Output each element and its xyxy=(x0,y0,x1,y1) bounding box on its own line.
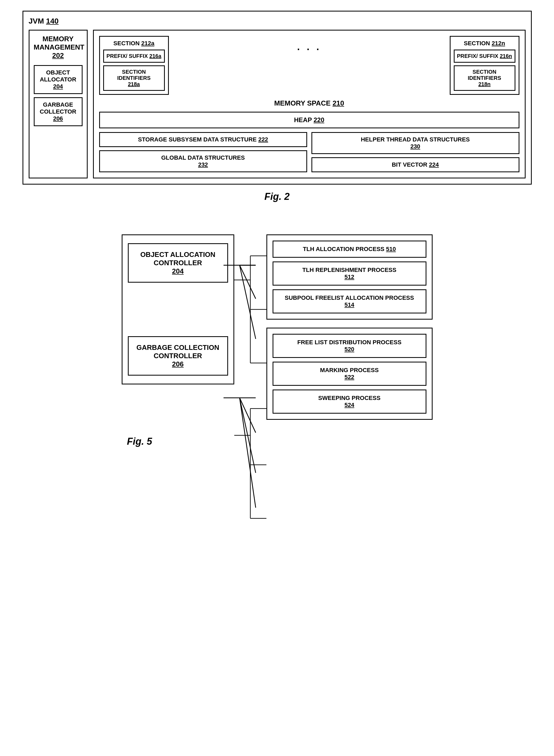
storage-subsystem-box: STORAGE SUBSYSEM DATA STRUCTURE 222 xyxy=(99,132,307,147)
section-identifiers-a-box: SECTION IDENTIFIERS 218a xyxy=(103,65,165,91)
memory-management-box: MEMORY MANAGEMENT 202 OBJECT ALLOCATOR 2… xyxy=(29,30,88,178)
bottom-row: STORAGE SUBSYSEM DATA STRUCTURE 222 GLOB… xyxy=(99,132,519,172)
oac-processes-group: TLH ALLOCATION PROCESS 510 TLH REPLENISH… xyxy=(266,235,433,320)
global-data-box: GLOBAL DATA STRUCTURES 232 xyxy=(99,150,307,172)
marking-process-box: MARKING PROCESS 522 xyxy=(273,362,427,386)
fig5-connectors xyxy=(234,235,266,556)
sweeping-process-box: SWEEPING PROCESS 524 xyxy=(273,389,427,414)
jvm-box: JVM 140 MEMORY MANAGEMENT 202 OBJECT ALL… xyxy=(22,11,532,185)
fig2-label: Fig. 2 xyxy=(22,191,532,202)
subpool-freelist-box: SUBPOOL FREELIST ALLOCATION PROCESS 514 xyxy=(273,289,427,313)
dots-separator: . . . xyxy=(174,36,444,53)
sections-row: SECTION 212a PREFIX/ SUFFIX 216a SECTION… xyxy=(99,36,519,95)
controllers-outer-box: OBJECT ALLOCATION CONTROLLER 204 GARBAGE… xyxy=(122,235,234,384)
figure-5: OBJECT ALLOCATION CONTROLLER 204 GARBAGE… xyxy=(22,224,532,447)
section-a-box: SECTION 212a PREFIX/ SUFFIX 216a SECTION… xyxy=(99,36,169,95)
helper-thread-box: HELPER THREAD DATA STRUCTURES 230 xyxy=(312,132,519,154)
figure-2: JVM 140 MEMORY MANAGEMENT 202 OBJECT ALL… xyxy=(22,11,532,218)
bottom-left-col: STORAGE SUBSYSEM DATA STRUCTURE 222 GLOB… xyxy=(99,132,307,172)
prefix-suffix-a-box: PREFIX/ SUFFIX 216a xyxy=(103,50,165,63)
memory-space-label: MEMORY SPACE 210 xyxy=(99,99,519,108)
process-boxes-column: TLH ALLOCATION PROCESS 510 TLH REPLENISH… xyxy=(266,235,433,420)
section-n-title: SECTION 212n xyxy=(454,40,515,47)
free-list-distribution-box: FREE LIST DISTRIBUTION PROCESS 520 xyxy=(273,334,427,358)
garbage-collector-box: GARBAGE COLLECTOR 206 xyxy=(34,97,82,126)
fig5-label: Fig. 5 xyxy=(127,436,438,447)
jvm-title: JVM 140 xyxy=(29,17,525,25)
mm-title: MEMORY MANAGEMENT 202 xyxy=(34,35,82,60)
prefix-suffix-n-box: PREFIX/ SUFFIX 216n xyxy=(454,50,515,63)
object-allocator-box: OBJECT ALLOCATOR 204 xyxy=(34,65,82,94)
tlh-replenishment-box: TLH REPLENISHMENT PROCESS 512 xyxy=(273,261,427,286)
section-n-box: SECTION 212n PREFIX/ SUFFIX 216n SECTION… xyxy=(450,36,519,95)
bottom-right-col: HELPER THREAD DATA STRUCTURES 230 BIT VE… xyxy=(312,132,519,172)
object-allocation-controller-box: OBJECT ALLOCATION CONTROLLER 204 xyxy=(128,243,228,282)
heap-box: HEAP 220 xyxy=(99,112,519,128)
bit-vector-box: BIT VECTOR 224 xyxy=(312,157,519,172)
section-a-title: SECTION 212a xyxy=(103,40,165,47)
tlh-allocation-box: TLH ALLOCATION PROCESS 510 xyxy=(273,241,427,258)
memory-space-box: SECTION 212a PREFIX/ SUFFIX 216a SECTION… xyxy=(93,30,525,178)
garbage-collection-controller-box: GARBAGE COLLECTION CONTROLLER 206 xyxy=(128,336,228,376)
jvm-ref: 140 xyxy=(46,17,59,25)
section-identifiers-n-box: SECTION IDENTIFIERS 218n xyxy=(454,65,515,91)
gcc-processes-group: FREE LIST DISTRIBUTION PROCESS 520 MARKI… xyxy=(266,328,433,420)
